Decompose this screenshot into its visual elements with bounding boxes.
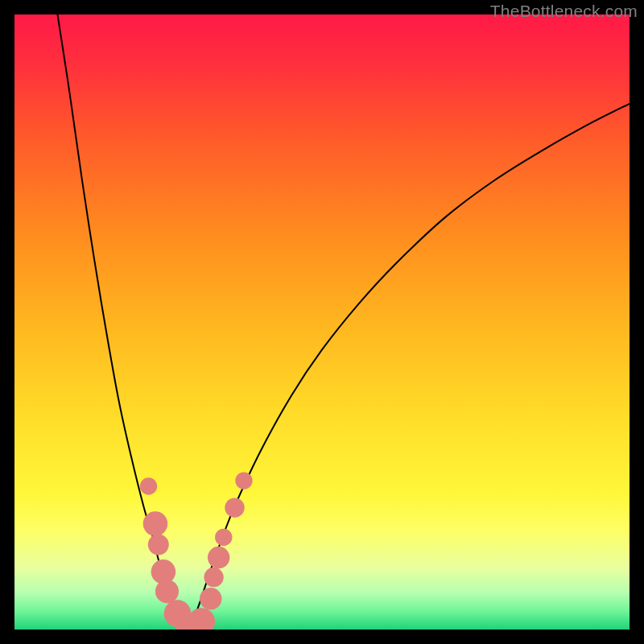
chart-svg bbox=[14, 14, 630, 630]
marker-dot bbox=[235, 472, 252, 489]
watermark-text: TheBottleneck.com bbox=[490, 2, 638, 21]
marker-dot bbox=[208, 547, 230, 569]
marker-dot bbox=[204, 568, 223, 587]
marker-dot bbox=[200, 588, 222, 610]
chart-plot-area bbox=[14, 14, 630, 630]
marker-dot bbox=[148, 535, 169, 555]
marker-dot bbox=[143, 511, 168, 536]
marker-dot bbox=[215, 529, 232, 546]
chart-frame: TheBottleneck.com bbox=[0, 0, 644, 644]
gradient-background bbox=[14, 14, 630, 630]
marker-dot bbox=[155, 580, 179, 603]
marker-dot bbox=[140, 477, 157, 494]
marker-dot bbox=[225, 498, 244, 518]
